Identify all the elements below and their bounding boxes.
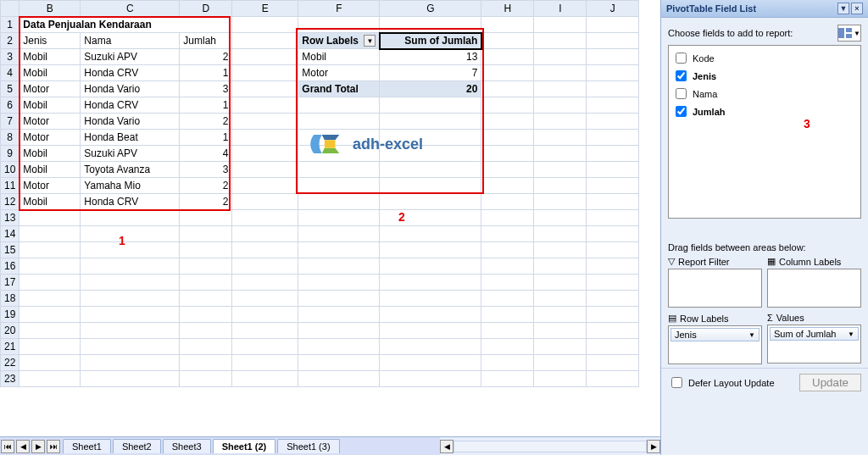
field-checkbox[interactable] [676, 88, 687, 99]
cell[interactable] [81, 339, 180, 355]
sheet-tab[interactable]: Sheet1 (3) [277, 439, 339, 453]
row-header[interactable]: 21 [1, 339, 19, 355]
cell[interactable] [481, 275, 534, 291]
col-header[interactable]: G [380, 1, 481, 17]
cell[interactable] [481, 258, 534, 275]
cell[interactable] [481, 323, 534, 339]
cell[interactable]: Mobil [19, 146, 81, 162]
field-checkbox[interactable] [676, 106, 687, 117]
cell[interactable]: 3 [180, 81, 232, 97]
sheet-tab[interactable]: Sheet3 [163, 439, 211, 453]
sheet-tab[interactable]: Sheet1 [63, 439, 111, 453]
row-header[interactable]: 4 [1, 65, 19, 81]
cell[interactable] [481, 17, 534, 33]
panel-dropdown-button[interactable]: ▼ [837, 3, 849, 14]
cell[interactable] [81, 291, 180, 307]
cell[interactable]: 2 [180, 194, 232, 210]
cell[interactable] [81, 371, 180, 387]
cell[interactable] [587, 49, 639, 65]
cell[interactable] [19, 258, 81, 275]
cell[interactable] [587, 355, 639, 371]
row-header[interactable]: 20 [1, 323, 19, 339]
field-list[interactable]: KodeJenisNamaJumlah [668, 45, 861, 219]
cell[interactable] [534, 339, 587, 355]
cell[interactable]: Honda Vario [81, 114, 180, 130]
cell[interactable] [380, 371, 481, 387]
cell[interactable] [481, 210, 534, 226]
cell[interactable] [232, 307, 298, 323]
values-area[interactable]: Sum of Jumlah▼ [767, 325, 861, 363]
cell[interactable] [587, 371, 639, 387]
cell[interactable]: Mobil [19, 65, 81, 81]
cell[interactable]: Honda Vario [81, 81, 180, 97]
row-header[interactable]: 18 [1, 291, 19, 307]
row-header[interactable]: 8 [1, 130, 19, 146]
cell[interactable] [481, 194, 534, 210]
cell[interactable] [587, 65, 639, 81]
scroll-track[interactable] [453, 441, 647, 452]
cell[interactable] [534, 33, 587, 49]
field-checkbox[interactable] [676, 53, 687, 64]
field-item[interactable]: Nama [672, 85, 857, 103]
cell[interactable]: Motor [19, 130, 81, 146]
cell[interactable]: 20 [380, 81, 481, 97]
cell[interactable]: Jenis [19, 33, 81, 49]
field-checkbox[interactable] [676, 70, 687, 81]
cell[interactable] [534, 307, 587, 323]
cell[interactable] [81, 242, 180, 258]
cell[interactable] [298, 162, 380, 178]
cell[interactable] [81, 210, 180, 226]
cell[interactable] [298, 17, 380, 33]
cell[interactable] [81, 258, 180, 275]
cell[interactable] [587, 194, 639, 210]
cell[interactable]: Suzuki APV [81, 49, 180, 65]
cell[interactable] [380, 323, 481, 339]
cell[interactable]: Toyota Avanza [81, 162, 180, 178]
cell[interactable] [534, 65, 587, 81]
cell[interactable] [534, 371, 587, 387]
cell[interactable] [232, 339, 298, 355]
cell[interactable]: 3 [180, 162, 232, 178]
row-header[interactable]: 19 [1, 307, 19, 323]
row-header[interactable]: 15 [1, 242, 19, 258]
cell[interactable]: Nama [81, 33, 180, 49]
cell[interactable] [232, 81, 298, 97]
cell[interactable]: Motor [19, 81, 81, 97]
cell[interactable] [232, 33, 298, 49]
cell[interactable] [232, 97, 298, 114]
cell[interactable]: 1 [180, 65, 232, 81]
cell[interactable] [19, 242, 81, 258]
cell[interactable] [19, 371, 81, 387]
cell[interactable] [534, 17, 587, 33]
cell[interactable] [298, 291, 380, 307]
col-header[interactable]: D [180, 1, 232, 17]
col-header[interactable]: H [481, 1, 534, 17]
row-header[interactable]: 2 [1, 33, 19, 49]
cell[interactable] [232, 210, 298, 226]
cell[interactable] [380, 307, 481, 323]
cell[interactable] [380, 162, 481, 178]
cell[interactable] [380, 355, 481, 371]
cell[interactable] [180, 307, 232, 323]
cell[interactable] [380, 194, 481, 210]
row-header[interactable]: 11 [1, 178, 19, 194]
cell[interactable] [298, 226, 380, 242]
cell[interactable] [180, 258, 232, 275]
cell[interactable] [298, 97, 380, 114]
cell[interactable] [534, 162, 587, 178]
cell[interactable] [380, 17, 481, 33]
cell[interactable] [298, 194, 380, 210]
cell[interactable] [81, 275, 180, 291]
cell[interactable] [380, 178, 481, 194]
row-header[interactable]: 1 [1, 17, 19, 33]
tab-nav-prev[interactable]: ◀ [16, 440, 30, 453]
cell[interactable] [81, 323, 180, 339]
defer-update-checkbox[interactable]: Defer Layout Update [668, 375, 775, 391]
col-header[interactable]: B [19, 1, 81, 17]
cell[interactable] [180, 275, 232, 291]
row-header[interactable]: 23 [1, 371, 19, 387]
cell[interactable] [481, 291, 534, 307]
cell[interactable] [232, 194, 298, 210]
cell[interactable] [380, 226, 481, 242]
field-chip-sum-jumlah[interactable]: Sum of Jumlah▼ [770, 327, 859, 341]
